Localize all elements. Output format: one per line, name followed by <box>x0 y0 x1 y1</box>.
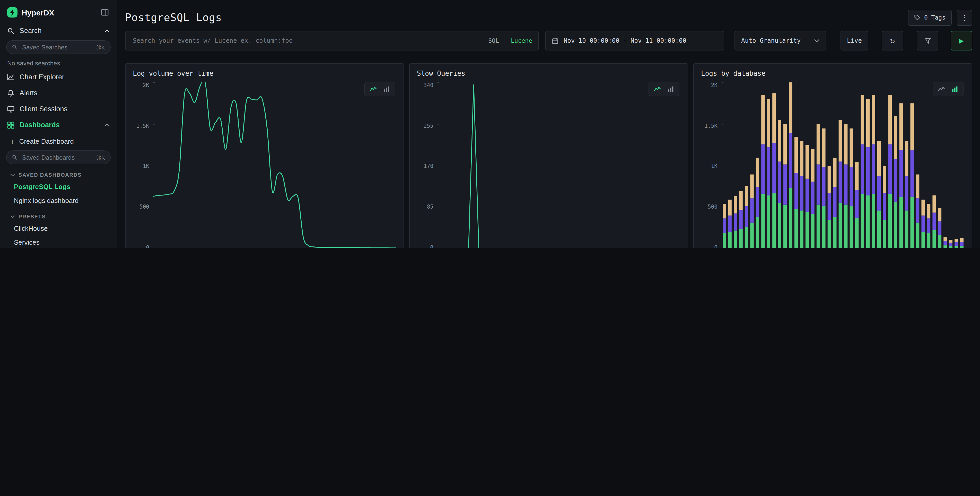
no-saved-searches-note: No saved searches <box>0 56 117 69</box>
y-axis: 2K1.5K1K5000 <box>701 82 722 248</box>
filter-icon <box>924 37 931 44</box>
sql-toggle[interactable]: SQL <box>488 37 499 44</box>
tags-button[interactable]: 0 Tags <box>908 10 952 26</box>
language-separator: | <box>503 37 507 44</box>
brand-name: HyperDX <box>22 8 100 17</box>
y-tick-label: 0 <box>714 244 718 248</box>
saved-searches-input[interactable] <box>21 43 92 51</box>
chevron-down-icon <box>814 39 819 42</box>
sidebar-item-chart-explorer[interactable]: Chart Explorer <box>0 69 117 85</box>
lucene-toggle[interactable]: Lucene <box>511 37 532 44</box>
sidebar-collapse-icon[interactable] <box>100 8 110 17</box>
page-header: PostgreSQL Logs 0 Tags ⋮ <box>125 0 972 27</box>
sidebar-item-label: Search <box>19 27 99 35</box>
sidebar-item-client-sessions[interactable]: Client Sessions <box>0 101 117 117</box>
plot-area <box>722 82 964 248</box>
group-heading-label: SAVED DASHBOARDS <box>19 172 81 178</box>
sidebar: HyperDX Search ⌘K No saved searches Char… <box>0 0 117 248</box>
shortcut-badge: ⌘K <box>96 44 105 50</box>
calendar-icon <box>552 37 558 44</box>
search-icon <box>12 155 18 160</box>
live-button[interactable]: Live <box>840 31 868 51</box>
chart-type-toggle <box>933 82 964 96</box>
bar-chart-toggle[interactable] <box>380 84 393 94</box>
chart-explorer-icon <box>7 73 14 81</box>
line-chart-toggle[interactable] <box>651 84 664 94</box>
main-content: PostgreSQL Logs 0 Tags ⋮ SQL | Lucene <box>117 0 980 248</box>
chevron-down-icon <box>10 173 15 176</box>
sidebar-item-label: Client Sessions <box>19 105 110 113</box>
sidebar-item-label: Dashboards <box>19 121 99 129</box>
y-axis: 2K1.5K1K5000 <box>133 82 153 248</box>
chart-type-toggle <box>649 82 679 96</box>
y-axis: 340255170850 <box>417 82 438 248</box>
chart-panel-slow-queries: Slow Queries 340255170850 Nov 10 12:00:0… <box>409 63 688 248</box>
filter-button[interactable] <box>917 31 938 51</box>
saved-searches-box: ⌘K <box>6 40 111 54</box>
chart-type-toggle <box>364 82 395 96</box>
sidebar-item-label: Chart Explorer <box>19 73 110 81</box>
query-controls: SQL | Lucene Nov 10 00:00:00 - Nov 11 00… <box>125 31 972 51</box>
saved-dashboards-input[interactable] <box>21 153 92 161</box>
y-tick-label: 85 <box>427 204 433 209</box>
search-section-icon <box>7 27 14 34</box>
bar-chart-toggle[interactable] <box>664 84 677 94</box>
chart-panel-logs-by-database: Logs by database 2K1.5K1K5000 Nov 10 12:… <box>693 63 972 248</box>
sidebar-item-clickhouse[interactable]: ClickHouse <box>0 222 117 235</box>
event-search-box: SQL | Lucene <box>125 31 539 51</box>
dashboard-grid: Log volume over time 2K1.5K1K5000 Nov 10… <box>125 63 972 248</box>
sidebar-item-nginx-logs-dashboard[interactable]: Nginx logs dashboard <box>0 194 117 207</box>
y-tick-label: 1K <box>143 164 149 169</box>
bar-chart-toggle[interactable] <box>948 84 961 94</box>
saved-dashboards-box: ⌘K <box>6 150 111 164</box>
y-tick-label: 170 <box>423 164 433 169</box>
create-dashboard-button[interactable]: + Create Dashboard <box>0 133 117 149</box>
y-tick-label: 1.5K <box>705 123 718 128</box>
y-tick-label: 340 <box>423 82 433 88</box>
tag-icon <box>915 14 921 21</box>
line-chart-toggle[interactable] <box>366 84 380 94</box>
chart-canvas <box>153 82 396 248</box>
sidebar-item-postgresql-logs[interactable]: PostgreSQL Logs <box>0 180 117 194</box>
tags-label: 0 Tags <box>924 14 945 21</box>
chart-canvas <box>438 82 681 248</box>
chart-title: Slow Queries <box>417 70 681 77</box>
query-language-toggle: SQL | Lucene <box>488 37 532 44</box>
presets-heading[interactable]: PRESETS <box>0 207 117 222</box>
y-tick-label: 1K <box>711 164 718 169</box>
event-search-input[interactable] <box>132 37 483 45</box>
sidebar-item-services[interactable]: Services <box>0 235 117 248</box>
date-range-picker[interactable]: Nov 10 00:00:00 - Nov 11 00:00:00 <box>545 31 724 51</box>
plus-icon: + <box>10 138 14 145</box>
plot-area <box>153 82 396 248</box>
shortcut-badge: ⌘K <box>96 154 105 160</box>
y-tick-label: 255 <box>423 123 433 128</box>
group-heading-label: PRESETS <box>19 214 46 219</box>
sidebar-item-search[interactable]: Search <box>0 23 117 38</box>
chart-panel-log-volume: Log volume over time 2K1.5K1K5000 Nov 10… <box>125 63 404 248</box>
create-dashboard-label: Create Dashboard <box>19 137 73 145</box>
date-range-value: Nov 10 00:00:00 - Nov 11 00:00:00 <box>563 37 686 44</box>
plot-area <box>438 82 681 248</box>
search-icon <box>12 44 18 50</box>
bell-icon <box>7 89 14 97</box>
kebab-menu-button[interactable]: ⋮ <box>957 10 972 26</box>
chevron-down-icon <box>10 215 15 218</box>
chevron-up-icon <box>105 29 110 32</box>
refresh-button[interactable]: ↻ <box>882 31 903 51</box>
y-tick-label: 0 <box>146 244 149 248</box>
chevron-up-icon <box>105 123 110 126</box>
line-chart-toggle[interactable] <box>935 84 948 94</box>
page-title: PostgreSQL Logs <box>125 11 222 24</box>
granularity-select[interactable]: Auto Granularity <box>735 31 826 51</box>
chart-title: Logs by database <box>701 70 964 77</box>
sidebar-header: HyperDX <box>0 0 117 23</box>
chart-title: Log volume over time <box>133 70 396 77</box>
sidebar-item-dashboards[interactable]: Dashboards <box>0 117 117 133</box>
run-query-button[interactable]: ▶ <box>951 31 972 51</box>
dashboards-grid-icon <box>7 121 14 129</box>
sidebar-item-alerts[interactable]: Alerts <box>0 85 117 101</box>
y-tick-label: 2K <box>711 82 718 88</box>
saved-dashboards-heading[interactable]: SAVED DASHBOARDS <box>0 166 117 180</box>
y-tick-label: 500 <box>140 204 149 209</box>
